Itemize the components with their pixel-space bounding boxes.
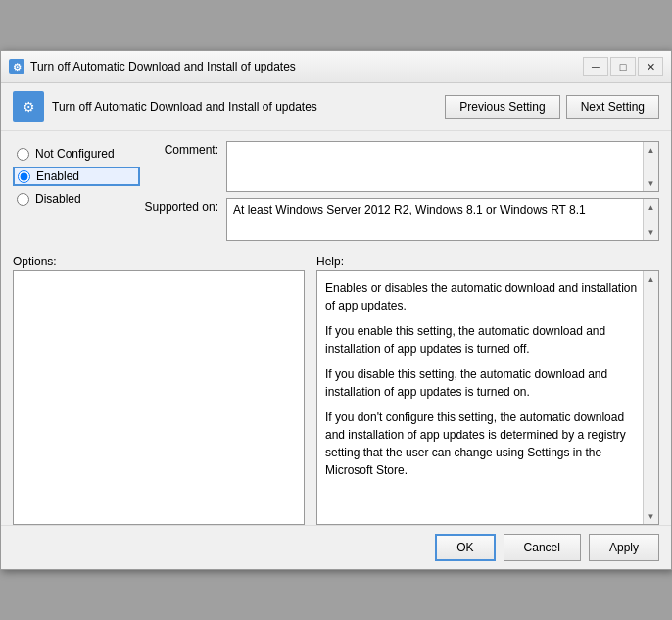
help-paragraph-3: If you disable this setting, the automat… <box>325 365 639 401</box>
scroll-down-arrow2[interactable]: ▼ <box>644 224 659 240</box>
supported-on-label: Supported on: <box>140 198 218 214</box>
options-panel <box>13 270 305 525</box>
close-button[interactable]: ✕ <box>638 57 663 76</box>
previous-setting-button[interactable]: Previous Setting <box>445 95 559 119</box>
header-title: Turn off Automatic Download and Install … <box>52 100 317 114</box>
not-configured-radio[interactable] <box>17 148 29 161</box>
options-label-wrap: Options: <box>13 255 305 268</box>
radio-section: Not Configured Enabled Disabled <box>13 145 140 208</box>
header-buttons: Previous Setting Next Setting <box>445 95 659 119</box>
header-icon: ⚙ <box>13 91 44 122</box>
labels-row: Options: Help: <box>13 255 659 268</box>
enabled-option[interactable]: Enabled <box>13 167 140 186</box>
maximize-button[interactable]: □ <box>610 57 636 76</box>
fields-column: Comment: ▲ ▼ Supported on: At least Wind… <box>140 141 659 247</box>
not-configured-option[interactable]: Not Configured <box>13 145 140 163</box>
comment-scrollbar[interactable]: ▲ ▼ <box>643 142 658 191</box>
window-icon: ⚙ <box>9 59 24 74</box>
disabled-radio[interactable] <box>17 193 29 206</box>
window-title: Turn off Automatic Download and Install … <box>30 60 296 73</box>
scroll-up-arrow[interactable]: ▲ <box>644 142 659 158</box>
header-left: ⚙ Turn off Automatic Download and Instal… <box>13 91 317 122</box>
help-panel: Enables or disables the automatic downlo… <box>316 270 659 525</box>
apply-button[interactable]: Apply <box>589 534 659 561</box>
enabled-label: Enabled <box>36 169 79 183</box>
comment-box[interactable]: ▲ ▼ <box>226 141 659 192</box>
supported-on-row: Supported on: At least Windows Server 20… <box>140 198 659 241</box>
enabled-radio[interactable] <box>18 170 30 183</box>
help-scrollbar[interactable]: ▲ ▼ <box>643 271 658 524</box>
minimize-button[interactable]: ─ <box>583 57 608 76</box>
bottom-bar: OK Cancel Apply <box>1 525 671 569</box>
help-paragraph-1: Enables or disables the automatic downlo… <box>325 279 639 314</box>
help-scroll-down[interactable]: ▼ <box>644 508 659 524</box>
panels-row: Enables or disables the automatic downlo… <box>13 270 659 525</box>
ok-button[interactable]: OK <box>435 534 495 561</box>
title-controls: ─ □ ✕ <box>583 57 663 76</box>
radio-column: Not Configured Enabled Disabled <box>13 141 140 247</box>
help-paragraph-4: If you don't configure this setting, the… <box>325 408 639 479</box>
help-text: Enables or disables the automatic downlo… <box>325 279 639 479</box>
disabled-option[interactable]: Disabled <box>13 190 140 208</box>
upper-section: Not Configured Enabled Disabled Comment: <box>1 131 671 255</box>
help-paragraph-2: If you enable this setting, the automati… <box>325 322 639 358</box>
scroll-down-arrow[interactable]: ▼ <box>644 175 659 191</box>
supported-on-value: At least Windows Server 2012 R2, Windows… <box>233 203 586 216</box>
supported-scrollbar[interactable]: ▲ ▼ <box>643 199 658 240</box>
title-bar: ⚙ Turn off Automatic Download and Instal… <box>1 51 671 83</box>
scroll-up-arrow2[interactable]: ▲ <box>644 199 659 215</box>
title-bar-left: ⚙ Turn off Automatic Download and Instal… <box>9 59 296 74</box>
help-scroll-up[interactable]: ▲ <box>644 271 659 287</box>
help-label-wrap: Help: <box>316 255 659 268</box>
supported-on-box: At least Windows Server 2012 R2, Windows… <box>226 198 659 241</box>
disabled-label: Disabled <box>35 192 81 206</box>
not-configured-label: Not Configured <box>35 147 115 161</box>
sections-row: Options: Help: Enables or disables the a… <box>1 255 671 525</box>
main-window: ⚙ Turn off Automatic Download and Instal… <box>0 50 672 570</box>
header-bar: ⚙ Turn off Automatic Download and Instal… <box>1 83 671 131</box>
comment-row: Comment: ▲ ▼ <box>140 141 659 192</box>
cancel-button[interactable]: Cancel <box>504 534 581 561</box>
next-setting-button[interactable]: Next Setting <box>566 95 659 119</box>
comment-label: Comment: <box>140 141 218 157</box>
